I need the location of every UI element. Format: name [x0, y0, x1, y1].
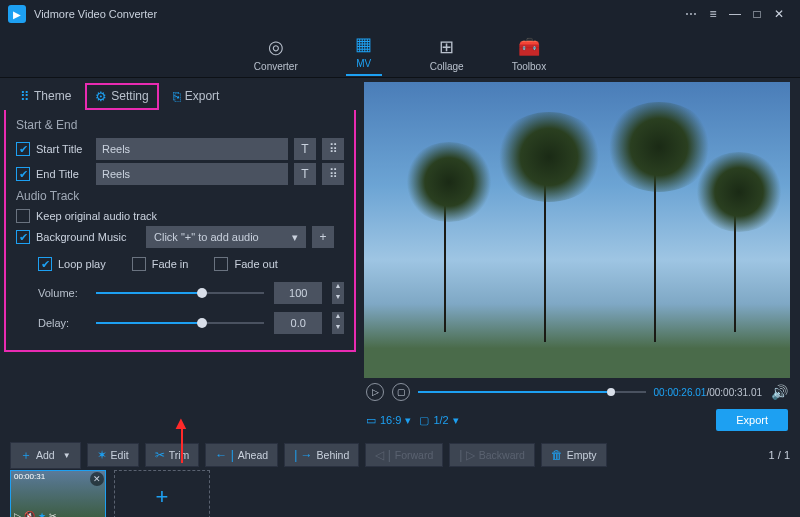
clip-thumbnail[interactable]: 00:00:31 ✕ ▷ 🔇 ★ ✂ — [10, 470, 106, 517]
mute-icon: 🔇 — [24, 511, 35, 517]
volume-icon[interactable]: 🔊 — [770, 383, 788, 401]
end-title-label: End Title — [36, 168, 90, 180]
subtab-theme-label: Theme — [34, 89, 71, 103]
mv-icon: ▦ — [355, 33, 372, 55]
export-button[interactable]: Export — [716, 409, 788, 431]
theme-icon: ⠿ — [20, 89, 30, 104]
feedback-icon[interactable]: ⋯ — [680, 4, 702, 24]
zoom-icon: ▢ — [419, 414, 429, 427]
player-controls: ▷ ▢ 00:00:26.01/00:00:31.01 🔊 — [364, 378, 790, 406]
minimize-icon[interactable]: — — [724, 4, 746, 24]
maximize-icon[interactable]: □ — [746, 4, 768, 24]
add-clip-slot[interactable]: + — [114, 470, 210, 517]
remove-clip-button[interactable]: ✕ — [90, 472, 104, 486]
chevron-down-icon: ▾ — [292, 231, 298, 244]
play-icon: ▷ — [14, 511, 21, 517]
fade-in-checkbox[interactable]: ✔ — [132, 257, 146, 271]
collage-icon: ⊞ — [439, 36, 454, 58]
chevron-down-icon: ▾ — [405, 414, 411, 427]
tab-converter-label: Converter — [254, 61, 298, 72]
scissors-icon: ✂ — [155, 448, 165, 462]
time-total: 00:00:31.01 — [709, 387, 762, 398]
clip-duration: 00:00:31 — [14, 472, 45, 481]
menu-icon[interactable]: ≡ — [702, 4, 724, 24]
bg-music-dropdown-label: Click "+" to add audio — [154, 231, 259, 243]
add-button[interactable]: ＋Add▼ — [10, 442, 81, 469]
forward-button[interactable]: ◁ |Forward — [365, 443, 443, 467]
time-current: 00:00:26.01 — [654, 387, 707, 398]
backward-button[interactable]: | ▷Backward — [449, 443, 535, 467]
play-button[interactable]: ▷ — [366, 383, 384, 401]
aspect-ratio-dropdown[interactable]: ▭ 16:9 ▾ — [366, 414, 411, 427]
volume-slider[interactable] — [96, 287, 265, 299]
tab-toolbox[interactable]: 🧰 Toolbox — [506, 33, 552, 72]
zoom-label: 1/2 — [433, 414, 448, 426]
ahead-button[interactable]: ← |Ahead — [205, 443, 278, 467]
loop-play-checkbox[interactable]: ✔ — [38, 257, 52, 271]
app-title: Vidmore Video Converter — [34, 8, 157, 20]
page-indicator: 1 / 1 — [769, 449, 790, 461]
trim-button[interactable]: ✂Trim — [145, 443, 200, 467]
bg-music-dropdown[interactable]: Click "+" to add audio ▾ — [146, 226, 306, 248]
start-title-input[interactable] — [96, 138, 288, 160]
keep-original-checkbox[interactable]: ✔ — [16, 209, 30, 223]
wand-icon: ✶ — [97, 448, 107, 462]
plus-icon: ＋ — [20, 447, 32, 464]
end-title-input[interactable] — [96, 163, 288, 185]
volume-stepper[interactable]: ▲▼ — [332, 282, 344, 304]
empty-label: Empty — [567, 449, 597, 461]
star-icon: ★ — [38, 511, 46, 517]
more-options-button[interactable]: ⠿ — [322, 138, 344, 160]
tab-collage-label: Collage — [430, 61, 464, 72]
behind-button[interactable]: | →Behind — [284, 443, 359, 467]
delay-stepper[interactable]: ▲▼ — [332, 312, 344, 334]
tab-mv-label: MV — [356, 58, 371, 69]
fade-out-checkbox[interactable]: ✔ — [214, 257, 228, 271]
scissors-icon: ✂ — [49, 511, 57, 517]
end-title-checkbox[interactable]: ✔ — [16, 167, 30, 181]
clip-thumbnails: 00:00:31 ✕ ▷ 🔇 ★ ✂ + — [0, 468, 800, 517]
sub-tabs: ⠿ Theme ⚙ Setting ⎘ Export — [4, 82, 356, 110]
tab-mv[interactable]: ▦ MV — [340, 30, 388, 76]
more-options-button-2[interactable]: ⠿ — [322, 163, 344, 185]
delay-value[interactable]: 0.0 — [274, 312, 322, 334]
preview-panel: ▷ ▢ 00:00:26.01/00:00:31.01 🔊 ▭ 16:9 ▾ ▢… — [362, 78, 800, 438]
subtab-setting[interactable]: ⚙ Setting — [85, 83, 158, 110]
empty-button[interactable]: 🗑Empty — [541, 443, 607, 467]
export-icon: ⎘ — [173, 89, 181, 104]
timecode: 00:00:26.01/00:00:31.01 — [654, 387, 762, 398]
text-format-button-2[interactable]: T — [294, 163, 316, 185]
fade-in-label: Fade in — [152, 258, 189, 270]
volume-label: Volume: — [38, 287, 86, 299]
tab-converter[interactable]: ◎ Converter — [248, 33, 304, 72]
start-end-header: Start & End — [16, 118, 344, 132]
text-format-button[interactable]: T — [294, 138, 316, 160]
gear-icon: ⚙ — [95, 89, 107, 104]
chevron-down-icon: ▾ — [453, 414, 459, 427]
delay-slider[interactable] — [96, 317, 265, 329]
start-title-checkbox[interactable]: ✔ — [16, 142, 30, 156]
add-audio-button[interactable]: + — [312, 226, 334, 248]
stop-button[interactable]: ▢ — [392, 383, 410, 401]
keep-original-label: Keep original audio track — [36, 210, 157, 222]
skip-end-icon: | → — [294, 448, 312, 462]
edit-button[interactable]: ✶Edit — [87, 443, 139, 467]
video-preview[interactable] — [364, 82, 790, 378]
tab-collage[interactable]: ⊞ Collage — [424, 33, 470, 72]
converter-icon: ◎ — [268, 36, 284, 58]
volume-value[interactable]: 100 — [274, 282, 322, 304]
bottom-toolbar: ＋Add▼ ✶Edit ✂Trim ← |Ahead | →Behind ◁ |… — [0, 442, 800, 468]
delay-label: Delay: — [38, 317, 86, 329]
settings-box: Start & End ✔ Start Title T ⠿ ✔ End Titl… — [4, 110, 356, 352]
zoom-dropdown[interactable]: ▢ 1/2 ▾ — [419, 414, 458, 427]
behind-label: Behind — [317, 449, 350, 461]
preview-info-row: ▭ 16:9 ▾ ▢ 1/2 ▾ Export — [364, 406, 790, 434]
bg-music-checkbox[interactable]: ✔ — [16, 230, 30, 244]
subtab-theme[interactable]: ⠿ Theme — [12, 85, 79, 108]
aspect-ratio-label: 16:9 — [380, 414, 401, 426]
progress-bar[interactable] — [418, 386, 646, 398]
close-icon[interactable]: ✕ — [768, 4, 790, 24]
subtab-export[interactable]: ⎘ Export — [165, 85, 228, 108]
trash-icon: 🗑 — [551, 448, 563, 462]
subtab-export-label: Export — [185, 89, 220, 103]
